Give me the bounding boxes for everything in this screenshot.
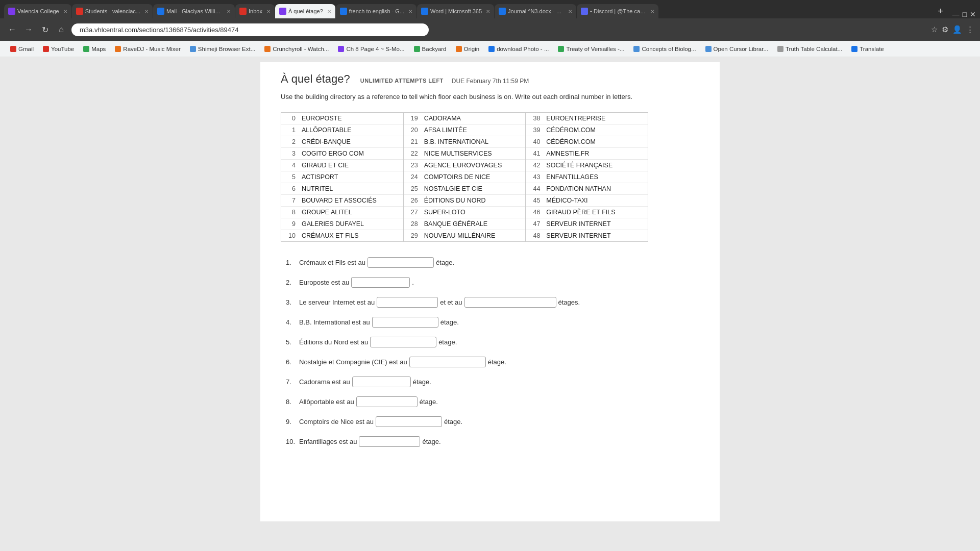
forward-button[interactable]: →: [22, 25, 35, 34]
bookmark-item-4[interactable]: RaveDJ - Music Mixer: [111, 45, 184, 53]
directory-row: 43ENFANTILLAGES: [526, 171, 648, 183]
tab-close-button[interactable]: ✕: [144, 9, 149, 14]
question-input-1-1[interactable]: [368, 257, 434, 268]
question-input-9-1[interactable]: [376, 416, 442, 427]
directory-floor-number: 19: [404, 113, 422, 124]
due-date: February 7th 11:59 PM: [467, 78, 529, 85]
question-number: 3.: [286, 298, 297, 306]
bookmark-item-11[interactable]: Treaty of Versailles -...: [554, 45, 628, 53]
bookmark-item-13[interactable]: Open Cursor Librar...: [701, 45, 772, 53]
question-number: 5.: [286, 338, 297, 346]
directory-row: 19CADORAMA: [404, 113, 526, 124]
bookmark-item-10[interactable]: download Photo - ...: [484, 45, 553, 53]
question-input-10-1[interactable]: [359, 436, 420, 447]
browser-tab-7[interactable]: Word | Microsoft 365✕: [417, 4, 494, 18]
question-text-after: étage.: [420, 398, 438, 406]
tab-label: french to english - G...: [349, 8, 404, 14]
bookmark-item-6[interactable]: Crunchyroll - Watch...: [260, 45, 333, 53]
new-tab-button[interactable]: +: [934, 4, 948, 18]
bookmark-favicon: [633, 46, 640, 52]
directory-business-name: BOUVARD ET ASSOCIÉS: [300, 195, 381, 206]
directory-floor-number: 39: [526, 124, 544, 136]
bookmark-item-14[interactable]: Truth Table Calculat...: [773, 45, 846, 53]
question-input-3-2[interactable]: [464, 297, 556, 308]
bookmark-icon[interactable]: ☆: [931, 25, 938, 34]
tab-close-button[interactable]: ✕: [486, 9, 490, 14]
directory-business-name: ACTISPORT: [300, 171, 342, 183]
directory-business-name: SERVEUR INTERNET: [544, 230, 615, 241]
directory-business-name: CADORAMA: [422, 113, 465, 124]
directory-floor-number: 22: [404, 148, 422, 159]
question-input-3-1[interactable]: [377, 297, 438, 308]
tab-close-button[interactable]: ✕: [266, 9, 271, 14]
browser-tab-2[interactable]: Students - valenciac...✕: [72, 4, 153, 18]
bookmark-favicon: [264, 46, 271, 52]
page-title-row: À quel étage? UNLIMITED ATTEMPTS LEFT DU…: [281, 72, 699, 86]
bookmark-favicon: [456, 46, 462, 52]
directory-row: 9GALERIES DUFAYEL: [281, 218, 403, 230]
question-row-9: 9.Comptoirs de Nice est auétage.: [286, 416, 694, 427]
bookmark-item-1[interactable]: Gmail: [6, 45, 38, 53]
directory-floor-number: 47: [526, 218, 544, 230]
tab-close-button[interactable]: ✕: [227, 9, 231, 14]
directory-business-name: AGENCE EUROVOYAGES: [422, 160, 506, 171]
bookmark-favicon: [558, 46, 564, 52]
tab-close-button[interactable]: ✕: [327, 9, 331, 14]
browser-tab-1[interactable]: Valencia College✕: [4, 4, 71, 18]
browser-tab-9[interactable]: • Discord | @The capt...✕: [577, 4, 658, 18]
bookmark-favicon: [83, 46, 89, 52]
question-text-after: étage.: [438, 338, 457, 346]
question-text-before: Nostalgie et Compagnie (CIE) est au: [299, 358, 407, 366]
tab-close-button[interactable]: ✕: [568, 9, 572, 14]
directory-grid: 0EUROPOSTE1ALLÔPORTABLE2CRÉDI-BANQUE3COG…: [281, 112, 648, 242]
reload-button[interactable]: ↻: [39, 25, 51, 35]
tab-close-button[interactable]: ✕: [63, 9, 67, 14]
directory-floor-number: 38: [526, 113, 544, 124]
question-input-8-1[interactable]: [356, 396, 418, 407]
question-input-5-1[interactable]: [370, 337, 436, 347]
page-content: À quel étage? UNLIMITED ATTEMPTS LEFT DU…: [260, 62, 720, 521]
bookmark-item-12[interactable]: Concepts of Biolog...: [629, 45, 700, 53]
bookmark-item-7[interactable]: Ch 8 Page 4 ~ S-Mo...: [334, 45, 408, 53]
directory-floor-number: 5: [281, 171, 300, 183]
bookmark-label: Translate: [860, 46, 884, 52]
address-input[interactable]: [71, 23, 429, 36]
question-input-4-1[interactable]: [372, 317, 438, 328]
tab-close-button[interactable]: ✕: [408, 9, 412, 14]
bookmark-item-2[interactable]: YouTube: [39, 45, 78, 53]
browser-tab-8[interactable]: Journal ^N3.docx - M...✕: [495, 4, 576, 18]
bookmark-item-3[interactable]: Maps: [79, 45, 110, 53]
question-row-6: 6.Nostalgie et Compagnie (CIE) est auéta…: [286, 357, 694, 367]
directory-row: 3COGITO ERGO COM: [281, 148, 403, 160]
browser-tab-6[interactable]: french to english - G...✕: [336, 4, 416, 18]
directory-business-name: ÉDITIONS DU NORD: [422, 195, 490, 206]
home-button[interactable]: ⌂: [55, 25, 67, 34]
question-text-before: Europoste est au: [299, 279, 349, 286]
profile-icon[interactable]: 👤: [952, 25, 962, 34]
back-button[interactable]: ←: [6, 25, 18, 34]
browser-tab-3[interactable]: Mail - Glaciyas Willian...✕: [153, 4, 235, 18]
question-input-7-1[interactable]: [352, 377, 411, 387]
tab-close-button[interactable]: ✕: [650, 9, 654, 14]
question-input-6-1[interactable]: [409, 357, 486, 367]
browser-tab-5[interactable]: À quel étage?✕: [275, 4, 335, 18]
minimize-button[interactable]: —: [952, 10, 960, 18]
browser-tab-4[interactable]: Inbox✕: [235, 4, 275, 18]
menu-icon[interactable]: ⋮: [966, 25, 974, 34]
bookmark-item-8[interactable]: Backyard: [410, 45, 451, 53]
bookmark-item-5[interactable]: Shimeji Browser Ext...: [186, 45, 259, 53]
maximize-button[interactable]: □: [963, 10, 967, 18]
directory-floor-number: 42: [526, 160, 544, 171]
close-button[interactable]: ✕: [970, 10, 976, 18]
bookmark-label: YouTube: [51, 46, 74, 52]
bookmark-label: Open Cursor Librar...: [714, 46, 768, 52]
bookmark-item-9[interactable]: Origin: [452, 45, 484, 53]
directory-row: 25NOSTALGIE ET CIE: [404, 183, 526, 195]
question-row-7: 7.Cadorama est auétage.: [286, 377, 694, 387]
tab-favicon: [279, 8, 286, 15]
question-input-2-1[interactable]: [351, 277, 410, 288]
attempts-badge: UNLIMITED ATTEMPTS LEFT: [360, 78, 444, 85]
bookmark-item-15[interactable]: Translate: [847, 45, 888, 53]
directory-column-3: 38EUROENTREPRISE39CÉDÉROM.COM40CÉDÉROM.C…: [525, 112, 648, 242]
extension-icon[interactable]: ⚙: [942, 25, 948, 34]
